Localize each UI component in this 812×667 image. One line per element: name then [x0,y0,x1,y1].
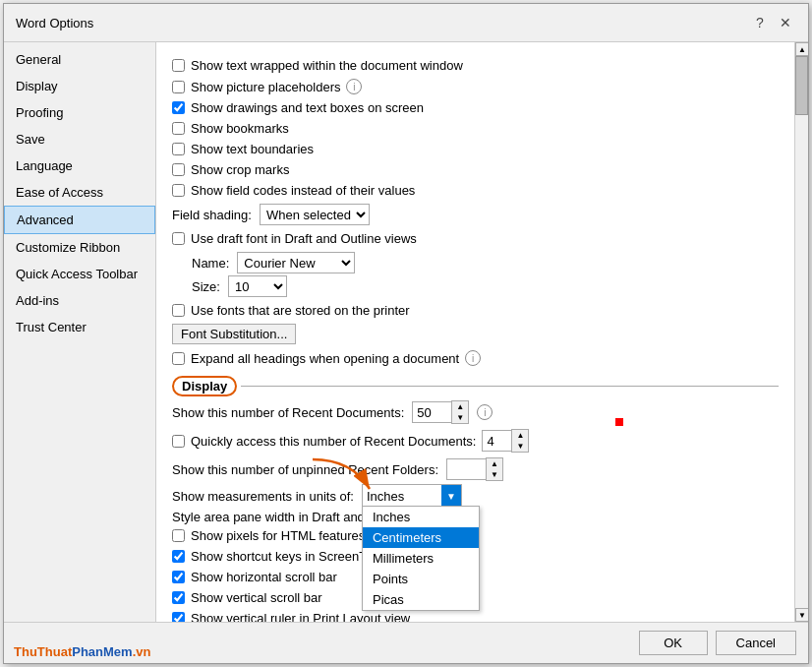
expand-headings-row: Expand all headings when opening a docum… [172,348,779,368]
checkbox-hscroll[interactable] [172,571,185,583]
checkbox-label-6: Show crop marks [191,162,289,177]
sidebar-item-add-ins[interactable]: Add-ins [4,287,155,314]
dialog-title: Word Options [16,16,93,30]
info-icon-picture: i [346,79,362,94]
checkbox-show-bookmarks[interactable] [172,122,185,135]
scroll-down-button[interactable]: ▼ [795,608,808,622]
checkbox-show-field-codes[interactable] [172,184,185,197]
measurements-dropdown-arrow[interactable]: ▼ [441,485,461,507]
watermark-text3: .vn [133,644,151,659]
recent-docs-row: Show this number of Recent Documents: ▲ … [172,400,779,424]
checkbox-label-2: Show picture placeholders [191,80,340,94]
draft-font-row: Use draft font in Draft and Outline view… [172,229,779,248]
sidebar-item-advanced[interactable]: Advanced [4,206,155,234]
checkbox-show-picture[interactable] [172,81,185,93]
measurements-option-millimeters[interactable]: Millimeters [363,548,479,569]
checkbox-draft-font[interactable] [172,232,185,245]
recent-docs-spin-up[interactable]: ▲ [452,401,468,412]
checkbox-row-7: Show field codes instead of their values [172,181,779,200]
sidebar-item-trust-center[interactable]: Trust Center [4,314,155,340]
measurements-dropdown-container: Inches ▼ Inches Centimeters Millimeters … [362,484,462,508]
info-icon-expand: i [465,350,481,366]
info-icon-recent: i [477,404,493,420]
measurements-option-picas[interactable]: Picas [363,589,479,610]
main-content: Show text wrapped within the document wi… [156,42,794,622]
checkbox-printer-fonts[interactable] [172,304,185,317]
recent-docs-label: Show this number of Recent Documents: [172,405,404,420]
watermark-text2: PhanMem [72,644,132,659]
field-shading-select[interactable]: Always When selected Never [260,204,370,225]
quick-access-spin-down[interactable]: ▼ [512,441,528,452]
font-substitution-button[interactable]: Font Substitution... [172,324,296,344]
checkbox-vruler[interactable] [172,612,185,622]
recent-docs-input[interactable] [412,401,451,423]
checkbox-label-7: Show field codes instead of their values [191,183,415,198]
ok-button[interactable]: OK [639,631,708,655]
recent-docs-spin-btns: ▲ ▼ [451,400,469,424]
display-section-header: Display [172,376,779,396]
size-label: Size: [192,279,220,294]
sidebar-item-customize-ribbon[interactable]: Customize Ribbon [4,234,155,261]
checkbox-pixels[interactable] [172,529,185,542]
word-options-dialog: Word Options ? ✕ General Display Proofin… [3,3,809,664]
field-shading-label: Field shading: [172,208,252,222]
recent-docs-spinbox: ▲ ▼ [412,400,469,424]
title-bar-controls: ? ✕ [749,12,796,33]
checkbox-row-1: Show text wrapped within the document wi… [172,56,779,75]
unpinned-spin-up[interactable]: ▲ [487,458,502,469]
sidebar-item-proofing[interactable]: Proofing [4,99,155,126]
scroll-up-button[interactable]: ▲ [795,42,808,56]
quick-access-input[interactable] [482,430,511,452]
checkbox-show-crop-marks[interactable] [172,163,185,176]
checkbox-expand-headings[interactable] [172,352,185,365]
printer-fonts-row: Use fonts that are stored on the printer [172,301,779,320]
sidebar-item-ease-of-access[interactable]: Ease of Access [4,179,155,206]
sidebar-item-general[interactable]: General [4,46,155,73]
dialog-body: General Display Proofing Save Language E… [4,42,808,622]
sidebar-item-display[interactable]: Display [4,73,155,99]
checkbox-shortcut[interactable] [172,550,185,563]
font-name-select[interactable]: Courier New [237,252,355,273]
checkbox-show-drawings[interactable] [172,101,185,114]
font-name-row: Name: Courier New [192,252,779,273]
checkbox-row-6: Show crop marks [172,160,779,179]
help-button[interactable]: ? [749,12,771,33]
unpinned-input[interactable] [446,458,486,480]
content-scroll: Show text wrapped within the document wi… [156,42,794,622]
watermark-text1: ThuThuat [14,644,72,659]
measurements-select-wrapper: Inches ▼ [362,484,462,508]
measurements-dropdown-menu: Inches Centimeters Millimeters Points Pi… [362,506,480,611]
unpinned-spin-down[interactable]: ▼ [487,469,502,480]
checkbox-quick-access[interactable] [172,435,185,448]
red-dot-decoration [615,418,623,426]
unpinned-folders-row: Show this number of unpinned Recent Fold… [172,457,779,481]
display-section-label: Display [172,376,237,396]
sidebar-item-save[interactable]: Save [4,126,155,152]
watermark: ThuThuatPhanMem.vn [14,641,150,661]
measurements-option-points[interactable]: Points [363,569,479,589]
expand-headings-label: Expand all headings when opening a docum… [191,351,459,366]
quick-access-spin-btns: ▲ ▼ [511,429,529,453]
sidebar-item-language[interactable]: Language [4,152,155,179]
draft-font-label: Use draft font in Draft and Outline view… [191,231,417,246]
measurements-row: Show measurements in units of: Inches ▼ … [172,484,779,508]
name-label: Name: [192,256,229,271]
checkbox-show-text-wrapped[interactable] [172,59,185,72]
measurements-option-centimeters[interactable]: Centimeters [363,527,479,548]
quick-access-spin-up[interactable]: ▲ [512,430,528,441]
sidebar: General Display Proofing Save Language E… [4,42,156,622]
measurements-option-inches[interactable]: Inches [363,507,479,527]
measurements-label: Show measurements in units of: [172,489,354,504]
scrollbar[interactable]: ▲ ▼ [794,42,808,622]
recent-docs-spin-down[interactable]: ▼ [452,412,468,423]
checkbox-show-text-boundaries[interactable] [172,143,185,155]
close-button[interactable]: ✕ [775,12,796,33]
font-size-select[interactable]: 10 [228,275,287,297]
checkbox-vscroll[interactable] [172,591,185,604]
draft-font-section: Name: Courier New Size: 10 [192,252,779,297]
sidebar-item-quick-access[interactable]: Quick Access Toolbar [4,261,155,287]
quick-access-spinbox: ▲ ▼ [482,429,529,453]
scroll-thumb[interactable] [795,56,808,115]
checkbox-pixels-label: Show pixels for HTML features [191,528,365,543]
cancel-button[interactable]: Cancel [716,631,796,655]
